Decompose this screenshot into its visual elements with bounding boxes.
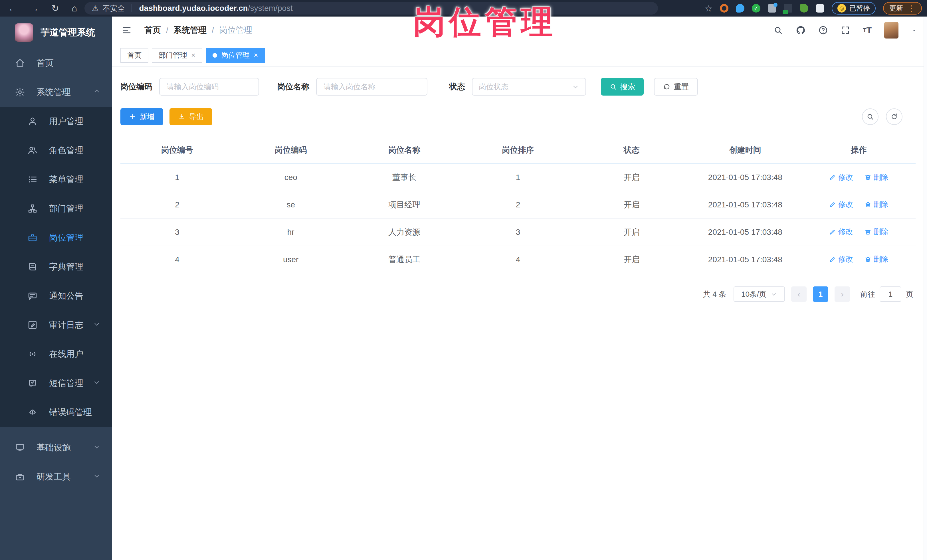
sidebar-item-infrastructure[interactable]: 基础设施 xyxy=(0,433,112,462)
reload-icon[interactable]: ↻ xyxy=(52,3,59,14)
user-icon xyxy=(26,116,39,126)
cell-post-id: 2 xyxy=(120,191,234,219)
users-icon xyxy=(26,146,39,155)
search-button-label: 搜索 xyxy=(620,82,635,92)
cell-post-id: 3 xyxy=(120,219,234,246)
export-button[interactable]: 导出 xyxy=(169,108,212,125)
ext-leaf-icon[interactable] xyxy=(800,4,808,12)
sidebar-item-menus[interactable]: 菜单管理 xyxy=(0,165,112,194)
back-icon[interactable]: ← xyxy=(8,3,17,14)
update-button[interactable]: 更新 ⋮ xyxy=(883,2,922,15)
prev-page-button[interactable]: ‹ xyxy=(791,287,807,302)
sidebar-item-label: 研发工具 xyxy=(36,471,71,483)
breadcrumb: 首页 / 系统管理 / 岗位管理 xyxy=(144,24,252,36)
app-logo[interactable]: 芋道管理系统 xyxy=(0,17,112,49)
sidebar-item-dictionary[interactable]: 字典管理 xyxy=(0,252,112,281)
forward-icon[interactable]: → xyxy=(30,3,39,14)
cell-actions: 修改 删除 xyxy=(802,219,916,246)
ext-check-icon[interactable]: ✓ xyxy=(752,4,760,12)
sidebar-item-announcements[interactable]: 通知公告 xyxy=(0,281,112,310)
tab-label: 岗位管理 xyxy=(221,50,250,60)
sidebar-item-posts[interactable]: 岗位管理 xyxy=(0,223,112,252)
omnibox-divider xyxy=(132,4,132,12)
post-name-input[interactable] xyxy=(316,78,427,96)
cell-post-id: 1 xyxy=(120,164,234,191)
delete-link[interactable]: 删除 xyxy=(865,227,889,237)
user-avatar[interactable] xyxy=(884,22,898,38)
sidebar-submenu-system: 用户管理 角色管理 菜单管理 部门管理 xyxy=(0,107,112,427)
sidebar-item-label: 菜单管理 xyxy=(49,174,83,185)
sidebar-item-online-users[interactable]: 在线用户 xyxy=(0,340,112,369)
tab-departments[interactable]: 部门管理 × xyxy=(152,48,202,63)
fullscreen-icon[interactable] xyxy=(840,26,850,35)
post-code-input[interactable] xyxy=(159,78,259,96)
kebab-menu-icon[interactable]: ⋮ xyxy=(907,4,916,13)
edit-link[interactable]: 修改 xyxy=(829,227,853,237)
sidebar-item-label: 系统管理 xyxy=(36,87,71,98)
sidebar-item-label: 岗位管理 xyxy=(49,232,83,244)
ext-grid-icon[interactable] xyxy=(768,4,777,12)
app-frame: 芋道管理系统 首页 系统管理 用户管理 xyxy=(0,17,927,560)
refresh-button[interactable] xyxy=(886,108,903,125)
edit-link[interactable]: 修改 xyxy=(829,199,853,209)
sidebar-item-roles[interactable]: 角色管理 xyxy=(0,136,112,165)
edit-link[interactable]: 修改 xyxy=(829,172,853,182)
tab-home[interactable]: 首页 xyxy=(120,48,148,63)
ext-pin-icon[interactable] xyxy=(736,4,745,12)
delete-link[interactable]: 删除 xyxy=(865,199,889,209)
url-bar[interactable]: ⚠ 不安全 dashboard.yudao.iocoder.cn/system/… xyxy=(84,2,658,15)
reset-button[interactable]: 重置 xyxy=(654,78,698,96)
search-button[interactable]: 搜索 xyxy=(601,78,644,96)
sidebar-item-system[interactable]: 系统管理 xyxy=(0,77,112,107)
main-area: 首页 / 系统管理 / 岗位管理 TT 首页 xyxy=(112,17,927,560)
post-name-label: 岗位名称 xyxy=(277,81,309,92)
cell-actions: 修改 删除 xyxy=(802,191,916,219)
github-icon[interactable] xyxy=(795,25,806,35)
paused-badge[interactable]: ☺ 已暂停 xyxy=(832,2,875,15)
bookmark-star-icon[interactable]: ☆ xyxy=(705,3,713,14)
cell-post-code: ceo xyxy=(234,164,348,191)
next-page-button[interactable]: › xyxy=(834,287,850,302)
page-size-select[interactable]: 10条/页 xyxy=(734,287,785,302)
toggle-search-button[interactable] xyxy=(862,108,878,125)
sidebar-item-devtools[interactable]: 研发工具 xyxy=(0,462,112,491)
cell-post-sort: 1 xyxy=(461,164,574,191)
table-body: 1 ceo 董事长 1 开启 2021-01-05 17:03:48 修改 删除… xyxy=(120,164,916,273)
extensions-puzzle-icon[interactable] xyxy=(816,4,824,12)
goto-page-input[interactable] xyxy=(880,287,901,302)
add-button[interactable]: 新增 xyxy=(120,108,163,125)
org-tree-icon xyxy=(26,204,39,213)
sidebar-item-audit-log[interactable]: 审计日志 xyxy=(0,310,112,340)
scrollbar[interactable] xyxy=(924,17,927,560)
sidebar-item-users[interactable]: 用户管理 xyxy=(0,107,112,136)
close-icon[interactable]: × xyxy=(191,51,195,60)
sidebar-item-error-codes[interactable]: 错误码管理 xyxy=(0,398,112,427)
search-icon[interactable] xyxy=(773,26,783,35)
delete-link[interactable]: 删除 xyxy=(865,172,889,182)
column-header: 状态 xyxy=(575,137,688,164)
ext-ring-icon[interactable] xyxy=(720,4,728,12)
caret-down-icon[interactable] xyxy=(911,27,917,33)
current-page-button[interactable]: 1 xyxy=(813,287,828,302)
tab-posts[interactable]: 岗位管理 × xyxy=(206,48,265,63)
cell-post-id: 4 xyxy=(120,246,234,273)
column-header: 操作 xyxy=(802,137,916,164)
sidebar-item-label: 角色管理 xyxy=(49,145,83,156)
status-select[interactable]: 岗位状态 xyxy=(472,78,586,96)
delete-link[interactable]: 删除 xyxy=(865,254,889,264)
ext-rows-icon[interactable] xyxy=(784,4,792,12)
font-size-icon[interactable]: TT xyxy=(863,26,872,35)
sidebar-item-departments[interactable]: 部门管理 xyxy=(0,194,112,223)
goto-label: 前往 xyxy=(860,289,875,299)
breadcrumb-system[interactable]: 系统管理 xyxy=(173,24,207,36)
close-icon[interactable]: × xyxy=(254,51,258,60)
sidebar-item-sms[interactable]: 短信管理 xyxy=(0,369,112,398)
sidebar-item-home[interactable]: 首页 xyxy=(0,49,112,77)
edit-link[interactable]: 修改 xyxy=(829,254,853,264)
breadcrumb-home[interactable]: 首页 xyxy=(144,24,161,36)
help-icon[interactable] xyxy=(818,26,828,35)
app-title: 芋道管理系统 xyxy=(41,26,95,39)
cell-created-time: 2021-01-05 17:03:48 xyxy=(688,164,802,191)
sidebar-toggle-icon[interactable] xyxy=(122,25,132,35)
home-icon[interactable]: ⌂ xyxy=(71,3,77,14)
